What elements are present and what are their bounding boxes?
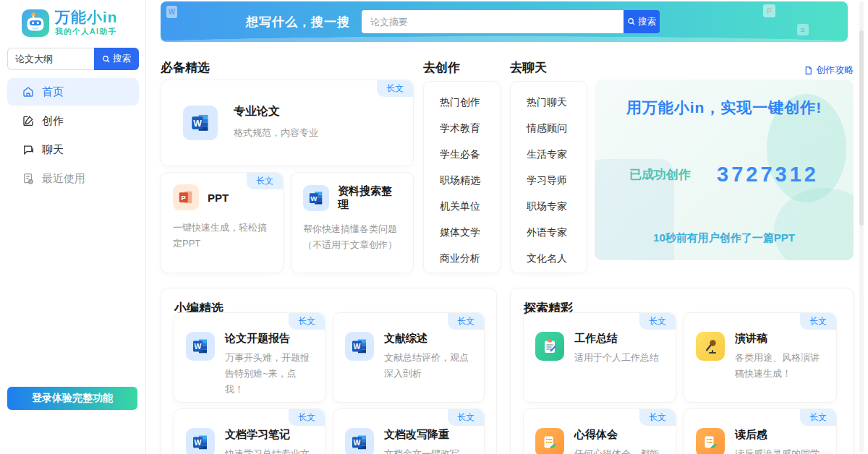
card-title: 工作总结 [574,332,659,346]
chat-category-item[interactable]: 学习导师 [527,168,587,194]
clipboard-icon [535,332,564,361]
creation-guide-link[interactable]: 创作攻略 [595,64,854,77]
card-desc: 适用于个人工作总结 [574,350,659,366]
card-desc: 文献总结评价，观点深入剖析 [384,350,472,382]
card-literature-review[interactable]: 长文 W 文献综述 文献总结评价，观点深入剖析 [333,312,485,403]
card-research-organize[interactable]: W 资料搜索整理 帮你快速搞懂各类问题（不适用于文章创作） [291,172,414,273]
card-head: W 文档学习笔记 快速学习总结专业文档/文档，提炼总结精华等笔记 [186,428,313,454]
word-icon: W [183,106,218,140]
chat-category-item[interactable]: 外语专家 [527,220,587,246]
scroll-feather-icon [535,428,564,454]
long-text-badge: 长文 [800,313,836,330]
card-thesis-proposal[interactable]: 长文 W 论文开题报告 万事开头难，开题报告特别难~来，点我！ [174,312,326,403]
doc-icon [804,66,813,75]
banner-search-button[interactable]: 搜索 [624,10,660,33]
svg-text:W: W [354,342,361,351]
sidebar-search-input[interactable] [7,48,94,70]
create-category-list: 热门创作 学术教育 学生必备 职场精选 机关单位 媒体文学 商业分析 [423,81,501,273]
create-category-item[interactable]: 学生必备 [440,142,500,168]
edit-icon [22,114,35,127]
card-desc: 读后感没灵感的同学看这里！ [735,446,825,454]
card-title: 文档学习笔记 [225,428,313,442]
promo-banner[interactable]: 用万能小in，实现一键创作! 已成功创作 3727312 10秒前有用户创作了一… [595,80,854,260]
banner-search-input[interactable] [362,10,624,33]
scroll-feather-icon [696,428,725,454]
long-text-badge: 长文 [289,313,325,330]
card-desc: 帮你快速搞懂各类问题（不适用于文章创作） [303,221,401,253]
chat-icon [22,143,35,156]
sidebar-item-chat[interactable]: 聊天 [7,136,139,163]
counter-value: 3727312 [717,163,819,187]
card-head: W 文档改写降重 文档全文一键改写，降重神器 [345,428,472,454]
long-text-badge: 长文 [639,313,676,330]
sidebar: 万能小in 我的个人AI助手 搜索 首页 创作 聊天 [0,0,146,454]
card-texts: 文献综述 文献总结评价，观点深入剖析 [384,332,472,382]
ppt-icon: P [173,184,199,210]
create-category-item[interactable]: 媒体文学 [440,220,500,246]
chat-category-item[interactable]: 情感顾问 [527,116,587,142]
card-work-summary[interactable]: 长文 工作总结 适用于个人工作总结 [523,312,676,403]
chat-category-item[interactable]: 文化名人 [527,246,587,272]
sidebar-item-create[interactable]: 创作 [7,107,139,134]
logo-text: 万能小in 我的个人AI助手 [55,9,118,37]
card-texts: 论文开题报告 万事开头难，开题报告特别难~来，点我！ [225,332,313,398]
card-desc: 万事开头难，开题报告特别难~来，点我！ [225,350,313,398]
sidebar-item-home[interactable]: 首页 [7,78,139,106]
create-category-item[interactable]: 职场精选 [440,168,500,194]
banner-content: 想写什么，搜一搜 搜索 [161,1,848,42]
card-reflections[interactable]: 长文 心得体会 任何心得体会，都能上价值！ [523,408,676,454]
chat-category-item[interactable]: 生活专家 [527,142,587,168]
sidebar-nav: 首页 创作 聊天 最近使用 [7,78,139,194]
scrollbar-thumb[interactable] [859,30,864,226]
card-desc: 文档全文一键改写，降重神器 [384,446,472,454]
sidebar-search-button[interactable]: 搜索 [94,48,139,70]
card-texts: 文档学习笔记 快速学习总结专业文档/文档，提炼总结精华等笔记 [225,428,313,454]
app-subtitle: 我的个人AI助手 [55,27,118,37]
sidebar-item-recent[interactable]: 最近使用 [7,165,139,192]
card-professional-thesis[interactable]: 长文 W 专业论文 格式规范，内容专业 [161,80,414,166]
svg-text:W: W [195,438,202,447]
card-head: W 文献综述 文献总结评价，观点深入剖析 [345,332,472,382]
recent-doc-icon [22,172,35,185]
create-category-item[interactable]: 商业分析 [440,246,500,272]
card-texts: 心得体会 任何心得体会，都能上价值！ [574,428,664,454]
promo-headline: 用万能小in，实现一键创作! [595,98,854,118]
svg-text:W: W [195,342,202,351]
chat-category-item[interactable]: 职场专家 [527,194,587,220]
banner-search: 搜索 [362,10,660,33]
home-icon [22,85,35,98]
card-ppt[interactable]: 长文 P PPT 一键快速生成，轻松搞定PPT [161,172,284,273]
card-title: 读后感 [735,428,825,442]
card-texts: 专业论文 格式规范，内容专业 [234,104,318,141]
long-text-badge: 长文 [377,80,413,97]
card-desc: 一键快速生成，轻松搞定PPT [173,220,271,252]
card-title: 论文开题报告 [225,332,313,346]
create-category-item[interactable]: 热门创作 [440,90,500,116]
word-icon: W [303,185,329,211]
card-title: PPT [208,192,229,204]
card-desc: 快速学习总结专业文档/文档，提炼总结精华等笔记 [225,446,313,454]
login-button[interactable]: 登录体验完整功能 [7,387,137,410]
long-text-badge: 长文 [639,409,676,426]
create-category-item[interactable]: 学术教育 [440,116,500,142]
app-logo: 万能小in 我的个人AI助手 [0,0,145,37]
chat-category-item[interactable]: 热门聊天 [527,90,587,116]
card-head: W 论文开题报告 万事开头难，开题报告特别难~来，点我！ [186,332,313,398]
card-desc: 任何心得体会，都能上价值！ [574,446,664,454]
section-title-create: 去创作 [423,59,460,76]
promo-counter: 已成功创作 3727312 [595,163,854,187]
card-texts: 文档改写降重 文档全文一键改写，降重神器 [384,428,472,454]
counter-label: 已成功创作 [629,166,691,183]
long-text-badge: 长文 [247,173,283,189]
card-doc-study-notes[interactable]: 长文 W 文档学习笔记 快速学习总结专业文档/文档，提炼总结精华等笔记 [174,408,326,454]
create-category-item[interactable]: 机关单位 [440,194,500,220]
card-speech-draft[interactable]: 长文 演讲稿 各类用途、风格演讲稿快速生成！ [684,312,837,403]
card-desc: 格式规范，内容专业 [234,125,318,141]
card-title: 专业论文 [234,104,318,119]
card-title: 文献综述 [384,332,472,346]
card-head: 心得体会 任何心得体会，都能上价值！ [535,428,664,454]
card-doc-rewrite[interactable]: 长文 W 文档改写降重 文档全文一键改写，降重神器 [333,408,485,454]
card-desc: 各类用途、风格演讲稿快速生成！ [735,350,825,382]
card-book-review[interactable]: 长文 读后感 读后感没灵感的同学看这里！ [684,408,837,454]
scrollbar-track[interactable] [859,1,864,453]
